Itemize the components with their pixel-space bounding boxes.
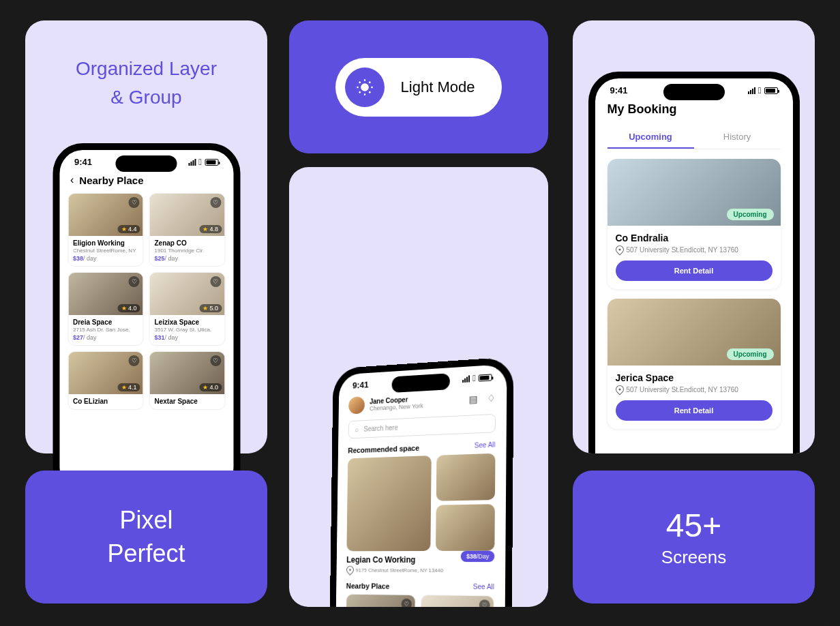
light-mode-card: Light Mode: [289, 20, 548, 153]
location-icon: [614, 244, 625, 256]
place-card[interactable]: ♡★4.8 Zenap CO1901 Thornridge Cir.$25/ d…: [149, 193, 226, 267]
price-pill: $38/Day: [461, 551, 494, 562]
svg-line-3: [359, 81, 360, 83]
rating-badge: ★5.0: [199, 304, 222, 312]
page-title: My Booking: [595, 98, 793, 126]
place-card[interactable]: ♡★4.2 Co Endralia507 University St Endic…: [345, 594, 416, 607]
heart-icon[interactable]: ♡: [129, 276, 140, 287]
heart-icon[interactable]: ♡: [210, 197, 221, 208]
svg-line-7: [359, 91, 360, 93]
rec-thumb[interactable]: [436, 453, 496, 501]
wifi-icon: 􀙇: [758, 85, 762, 95]
battery-icon: [764, 87, 778, 94]
heart-icon[interactable]: ♡: [210, 276, 221, 287]
recommended-title: Recommended space: [348, 444, 419, 455]
place-card[interactable]: ♡ Nemesis Work4140 Parker Rd. Allen: [420, 595, 494, 607]
search-icon: ⌕: [355, 426, 359, 433]
rating-badge: ★4.1: [118, 383, 140, 391]
place-card[interactable]: ♡★4.1 Co ELizian: [68, 351, 144, 410]
rec-image[interactable]: [346, 456, 431, 551]
place-card[interactable]: ♡★4.0 Dreia Space2715 Ash Dr. San Jose.$…: [68, 272, 144, 346]
status-time: 9:41: [74, 157, 92, 167]
battery-icon: [479, 374, 492, 381]
rec-thumb[interactable]: [436, 504, 495, 551]
organized-title: Organized Layer & Group: [25, 20, 267, 112]
tab-history[interactable]: History: [694, 126, 781, 149]
wifi-icon: 􀙇: [472, 373, 476, 383]
heart-icon[interactable]: ♡: [210, 355, 221, 366]
screens-count-card: 45+ Screens: [573, 471, 815, 603]
heart-icon[interactable]: ♡: [479, 599, 490, 607]
phone-nearby: 9:41 􀙇 ‹ Nearby Place ♡★4.4 Eligion Work…: [52, 143, 240, 498]
chat-icon[interactable]: ▤: [469, 393, 478, 405]
booking-item[interactable]: Upcoming Co Endralia 507 University St.E…: [608, 159, 781, 289]
avatar[interactable]: [348, 396, 365, 414]
place-card[interactable]: ♡★4.0 Nextar Space: [149, 351, 226, 410]
place-card[interactable]: ♡★5.0 Leizixa Space3517 W. Gray St. Utic…: [149, 272, 226, 346]
rent-detail-button[interactable]: Rent Detail: [616, 400, 772, 421]
pixel-perfect-card: PixelPerfect: [25, 471, 267, 603]
heart-icon[interactable]: ♡: [129, 355, 140, 366]
signal-icon: [188, 159, 196, 166]
status-time: 9:41: [352, 380, 369, 391]
status-badge: Upcoming: [727, 209, 774, 220]
rent-detail-button[interactable]: Rent Detail: [616, 260, 772, 281]
heart-icon[interactable]: ♡: [402, 599, 412, 607]
status-badge: Upcoming: [727, 348, 774, 360]
see-all-link[interactable]: See All: [473, 583, 494, 592]
place-card[interactable]: ♡★4.4 Eligion WorkingChestnut StreetRome…: [68, 193, 144, 267]
see-all-link[interactable]: See All: [475, 441, 496, 449]
organized-layer-card: Organized Layer & Group 9:41 􀙇 ‹ Nearby …: [25, 20, 267, 453]
booking-card: 9:41 􀙇 My Booking Upcoming History Upcom…: [573, 20, 815, 453]
back-icon[interactable]: ‹: [70, 174, 74, 186]
location-icon: [345, 564, 355, 576]
page-title: Nearby Place: [79, 175, 143, 186]
nearby-title: Nearby Place: [346, 582, 390, 590]
booking-item[interactable]: Upcoming Jerica Space 507 University St.…: [608, 299, 781, 429]
light-mode-label: Light Mode: [401, 78, 475, 96]
tab-upcoming[interactable]: Upcoming: [608, 126, 694, 149]
svg-line-4: [369, 91, 370, 93]
signal-icon: [462, 375, 470, 383]
battery-icon: [205, 159, 218, 166]
svg-point-0: [361, 84, 368, 90]
screens-label: Screens: [661, 547, 726, 568]
status-time: 9:41: [610, 85, 628, 95]
rating-badge: ★4.0: [118, 304, 140, 312]
pixel-perfect-label: PixelPerfect: [107, 504, 185, 570]
rating-badge: ★4.8: [199, 225, 222, 233]
bell-icon[interactable]: ♢: [487, 392, 496, 404]
search-placeholder: Search here: [363, 424, 397, 433]
phone-home: 9:41 􀙇 Jane Cooper Chenango, New York ▤: [328, 357, 514, 607]
phone-booking: 9:41 􀙇 My Booking Upcoming History Upcom…: [588, 72, 800, 453]
rating-badge: ★4.0: [199, 383, 222, 391]
heart-icon[interactable]: ♡: [129, 197, 140, 208]
sun-icon: [345, 68, 385, 107]
home-preview-card: 9:41 􀙇 Jane Cooper Chenango, New York ▤: [289, 167, 548, 607]
screens-count: 45+: [666, 507, 721, 544]
location-icon: [614, 384, 625, 396]
svg-line-8: [369, 81, 370, 83]
light-mode-toggle[interactable]: Light Mode: [335, 58, 502, 117]
rating-badge: ★4.4: [118, 225, 140, 233]
signal-icon: [748, 87, 755, 94]
wifi-icon: 􀙇: [198, 157, 202, 167]
